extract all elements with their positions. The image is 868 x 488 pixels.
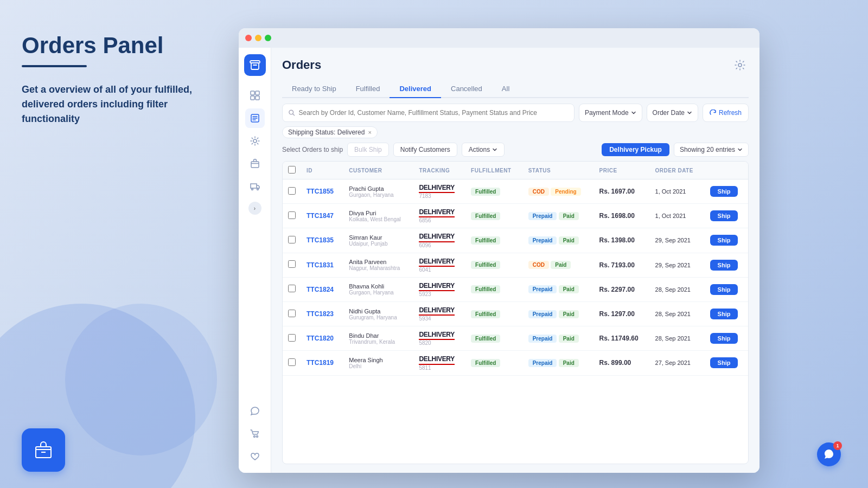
sidebar-item-settings[interactable]: [245, 131, 265, 151]
row-checkbox[interactable]: [288, 236, 296, 243]
fulfillment-badge: Fulfilled: [471, 236, 500, 245]
customer-name: Nidhi Gupta: [349, 308, 408, 314]
row-fulfillment-cell: Fulfilled: [465, 204, 523, 228]
sidebar-collapse-btn[interactable]: ›: [248, 202, 261, 215]
row-id-cell: TTC1819: [301, 351, 343, 375]
showing-entries-dropdown[interactable]: Showing 20 entries: [674, 143, 749, 157]
payment-status-badge: Paid: [559, 212, 579, 220]
ship-button[interactable]: Ship: [710, 235, 738, 246]
row-checkbox-cell: [283, 351, 301, 375]
entries-chevron-icon: [737, 147, 743, 152]
order-price: Rs. 899.00: [599, 359, 631, 367]
row-fulfillment-cell: Fulfilled: [465, 326, 523, 351]
notify-customers-button[interactable]: Notify Customers: [393, 143, 457, 157]
ship-button[interactable]: Ship: [710, 210, 738, 221]
sidebar-item-heart[interactable]: [245, 447, 265, 466]
payment-mode-badge: Prepaid: [528, 359, 557, 367]
action-left: Select Orders to ship Bulk Ship Notify C…: [282, 143, 505, 157]
sidebar-item-cart[interactable]: [245, 424, 265, 444]
payment-status-badge: Paid: [559, 285, 579, 293]
chat-bubble[interactable]: 1: [817, 442, 841, 466]
order-id: TTC1823: [307, 310, 334, 318]
minimize-button[interactable]: [255, 35, 261, 41]
sidebar-item-chat[interactable]: [245, 401, 265, 421]
col-checkbox: [283, 162, 301, 179]
ship-button[interactable]: Ship: [710, 357, 738, 368]
orders-table: ID CUSTOMER TRACKING FULFILLMENT STATUS …: [283, 162, 748, 376]
col-id: ID: [301, 162, 343, 179]
tab-ready-to-ship[interactable]: Ready to Ship: [282, 80, 346, 98]
row-fulfillment-cell: Fulfilled: [465, 179, 523, 204]
ship-button[interactable]: Ship: [710, 284, 738, 295]
actions-dropdown-button[interactable]: Actions: [462, 143, 505, 157]
ship-button[interactable]: Ship: [710, 309, 738, 319]
row-checkbox[interactable]: [288, 285, 296, 292]
tab-delivered[interactable]: Delivered: [390, 80, 441, 98]
sidebar-logo[interactable]: [244, 54, 266, 76]
sidebar-item-orders[interactable]: [245, 108, 265, 128]
sidebar-item-box[interactable]: [245, 154, 265, 174]
row-id-cell: TTC1855: [301, 179, 343, 204]
tab-all[interactable]: All: [492, 80, 519, 98]
row-customer-cell: Bhavna Kohli Gurgaon, Haryana: [343, 277, 413, 301]
row-date-cell: 27, Sep 2021: [650, 351, 705, 375]
tab-cancelled[interactable]: Cancelled: [441, 80, 492, 98]
sidebar-item-grid[interactable]: [245, 86, 265, 105]
delhivery-pickup-button[interactable]: Delhivery Pickup: [602, 143, 669, 156]
tab-fulfilled[interactable]: Fulfilled: [346, 80, 390, 98]
customer-name: Meera Singh: [349, 357, 408, 363]
remove-filter-icon[interactable]: ×: [368, 129, 371, 136]
row-price-cell: Rs. 899.00: [594, 351, 650, 375]
sidebar-item-truck[interactable]: [245, 177, 265, 196]
col-customer: CUSTOMER: [343, 162, 413, 179]
order-date: 28, Sep 2021: [655, 335, 691, 342]
row-checkbox[interactable]: [288, 310, 296, 317]
row-checkbox[interactable]: [288, 187, 296, 195]
close-button[interactable]: [245, 35, 252, 41]
order-id: TTC1820: [307, 335, 334, 342]
shipping-status-tag[interactable]: Shipping Status: Delivered ×: [282, 126, 378, 138]
tracking-number: 5934: [419, 316, 460, 322]
customer-name: Prachi Gupta: [349, 185, 408, 192]
page-title: Orders: [282, 58, 321, 72]
logo-icon: [248, 59, 261, 72]
tracking-underline: [419, 364, 455, 365]
row-fulfillment-cell: Fulfilled: [465, 351, 523, 375]
ship-button[interactable]: Ship: [710, 186, 738, 197]
row-checkbox[interactable]: [288, 211, 296, 219]
table-row: TTC1835 Simran Kaur Udaipur, Punjab DELH…: [283, 228, 748, 253]
row-checkbox-cell: [283, 228, 301, 253]
select-all-checkbox[interactable]: [288, 166, 296, 174]
row-checkbox-cell: [283, 277, 301, 301]
col-action: [705, 162, 748, 179]
payment-mode-filter[interactable]: Payment Mode: [579, 104, 642, 122]
customer-name: Divya Puri: [349, 210, 408, 216]
row-status-cell: Prepaid Paid: [523, 326, 594, 351]
settings-button[interactable]: [731, 56, 749, 74]
chat-icon: [250, 406, 260, 416]
bottom-icon-box[interactable]: [22, 428, 65, 472]
order-date: 28, Sep 2021: [655, 311, 691, 317]
row-tracking-cell: DELHIVERY 5923: [413, 277, 465, 301]
bulk-ship-button[interactable]: Bulk Ship: [347, 143, 389, 157]
tracking-number: 6041: [419, 267, 460, 273]
customer-detail: Nagpur, Maharashtra: [349, 265, 408, 271]
refresh-button[interactable]: Refresh: [703, 104, 749, 122]
ship-button[interactable]: Ship: [710, 333, 738, 344]
search-input[interactable]: [298, 109, 568, 117]
row-fulfillment-cell: Fulfilled: [465, 301, 523, 326]
row-date-cell: 1, Oct 2021: [650, 204, 705, 228]
customer-detail: Kolkata, West Bengal: [349, 216, 408, 222]
row-checkbox[interactable]: [288, 334, 296, 342]
fulfillment-badge: Fulfilled: [471, 285, 500, 293]
title-underline: [22, 65, 87, 67]
row-checkbox[interactable]: [288, 260, 296, 268]
maximize-button[interactable]: [265, 35, 271, 41]
row-checkbox[interactable]: [288, 358, 296, 366]
payment-status-badge: Paid: [551, 261, 571, 269]
order-date-filter[interactable]: Order Date: [647, 104, 698, 122]
tracking-logo: DELHIVERY: [419, 209, 455, 216]
row-status-cell: Prepaid Paid: [523, 228, 594, 253]
ship-button[interactable]: Ship: [710, 260, 738, 271]
row-price-cell: Rs. 1697.00: [594, 179, 650, 204]
